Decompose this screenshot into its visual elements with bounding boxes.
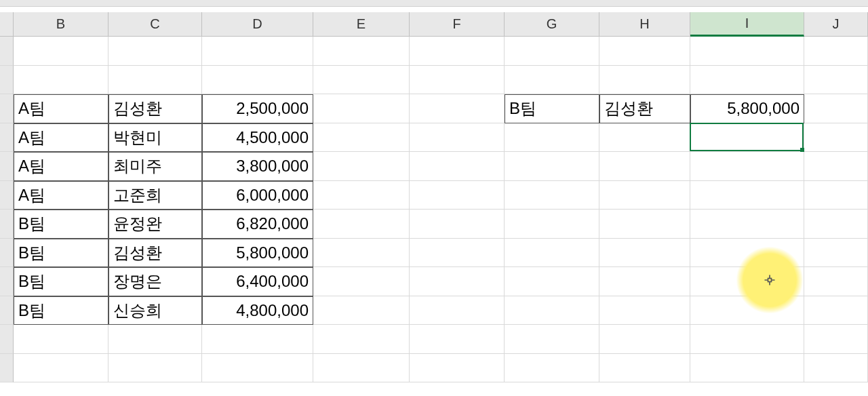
cell-J-5[interactable] xyxy=(804,181,868,210)
row-header[interactable] xyxy=(0,354,14,383)
cell-B-0[interactable] xyxy=(14,37,108,66)
cell-F-1[interactable] xyxy=(410,66,505,95)
cell-F-9[interactable] xyxy=(410,296,505,325)
cell-G-6[interactable] xyxy=(505,210,599,239)
row-header[interactable] xyxy=(0,152,14,181)
cell-B-2[interactable]: A팀 xyxy=(14,94,108,123)
cell-C-4[interactable]: 최미주 xyxy=(108,152,202,181)
cell-B-10[interactable] xyxy=(14,325,108,354)
row-header[interactable] xyxy=(0,210,14,239)
cell-H-5[interactable] xyxy=(599,181,690,210)
row-header[interactable] xyxy=(0,123,14,153)
cell-D-1[interactable] xyxy=(202,66,313,95)
cell-H-8[interactable] xyxy=(599,267,690,296)
cell-E-3[interactable] xyxy=(313,123,410,153)
cell-F-0[interactable] xyxy=(410,37,505,66)
cell-H-1[interactable] xyxy=(599,66,690,95)
cell-C-3[interactable]: 박현미 xyxy=(108,123,202,153)
cell-I-3[interactable] xyxy=(690,123,804,153)
cell-J-0[interactable] xyxy=(804,37,868,66)
cell-D-6[interactable]: 6,820,000 xyxy=(202,210,313,239)
cell-F-3[interactable] xyxy=(410,123,505,153)
row-corner[interactable] xyxy=(0,12,14,37)
cell-D-9[interactable]: 4,800,000 xyxy=(202,296,313,325)
cell-E-4[interactable] xyxy=(313,152,410,181)
col-header-D[interactable]: D xyxy=(202,12,313,37)
cell-C-11[interactable] xyxy=(108,354,202,383)
row-header[interactable] xyxy=(0,66,14,95)
cell-G-9[interactable] xyxy=(505,296,599,325)
cell-C-7[interactable]: 김성환 xyxy=(108,239,202,268)
cell-C-1[interactable] xyxy=(108,66,202,95)
cell-I-1[interactable] xyxy=(690,66,804,95)
cell-D-4[interactable]: 3,800,000 xyxy=(202,152,313,181)
cell-H-3[interactable] xyxy=(599,123,690,153)
cell-E-9[interactable] xyxy=(313,296,410,325)
col-header-C[interactable]: C xyxy=(108,12,202,37)
cell-G-2[interactable]: B팀 xyxy=(505,94,599,123)
cell-H-0[interactable] xyxy=(599,37,690,66)
cell-F-10[interactable] xyxy=(410,325,505,354)
cell-E-5[interactable] xyxy=(313,181,410,210)
cell-E-8[interactable] xyxy=(313,267,410,296)
cell-B-11[interactable] xyxy=(14,354,108,383)
cell-F-11[interactable] xyxy=(410,354,505,383)
cell-H-11[interactable] xyxy=(599,354,690,383)
cell-H-9[interactable] xyxy=(599,296,690,325)
row-header[interactable] xyxy=(0,37,14,66)
cell-J-11[interactable] xyxy=(804,354,868,383)
cell-C-8[interactable]: 장명은 xyxy=(108,267,202,296)
cell-C-0[interactable] xyxy=(108,37,202,66)
cell-H-10[interactable] xyxy=(599,325,690,354)
cell-I-2[interactable]: 5,800,000 xyxy=(690,94,804,123)
cell-J-1[interactable] xyxy=(804,66,868,95)
col-header-B[interactable]: B xyxy=(14,12,108,37)
cell-I-5[interactable] xyxy=(690,181,804,210)
cell-E-7[interactable] xyxy=(313,239,410,268)
cell-J-10[interactable] xyxy=(804,325,868,354)
cell-G-3[interactable] xyxy=(505,123,599,153)
cell-F-4[interactable] xyxy=(410,152,505,181)
col-header-G[interactable]: G xyxy=(505,12,599,37)
col-header-F[interactable]: F xyxy=(410,12,505,37)
col-header-E[interactable]: E xyxy=(313,12,410,37)
cell-J-9[interactable] xyxy=(804,296,868,325)
cell-B-7[interactable]: B팀 xyxy=(14,239,108,268)
cell-E-2[interactable] xyxy=(313,94,410,123)
cell-B-3[interactable]: A팀 xyxy=(14,123,108,153)
cell-G-10[interactable] xyxy=(505,325,599,354)
cell-J-3[interactable] xyxy=(804,123,868,153)
cell-F-8[interactable] xyxy=(410,267,505,296)
cell-I-9[interactable] xyxy=(690,296,804,325)
cell-G-4[interactable] xyxy=(505,152,599,181)
cell-I-11[interactable] xyxy=(690,354,804,383)
cell-E-11[interactable] xyxy=(313,354,410,383)
row-header[interactable] xyxy=(0,94,14,123)
cell-D-2[interactable]: 2,500,000 xyxy=(202,94,313,123)
cell-E-0[interactable] xyxy=(313,37,410,66)
cell-G-1[interactable] xyxy=(505,66,599,95)
cell-I-6[interactable] xyxy=(690,210,804,239)
cell-H-2[interactable]: 김성환 xyxy=(599,94,690,123)
cell-F-2[interactable] xyxy=(410,94,505,123)
cell-H-6[interactable] xyxy=(599,210,690,239)
cell-B-9[interactable]: B팀 xyxy=(14,296,108,325)
cell-G-0[interactable] xyxy=(505,37,599,66)
cell-C-10[interactable] xyxy=(108,325,202,354)
cell-D-8[interactable]: 6,400,000 xyxy=(202,267,313,296)
cell-D-7[interactable]: 5,800,000 xyxy=(202,239,313,268)
cell-B-4[interactable]: A팀 xyxy=(14,152,108,181)
cell-J-6[interactable] xyxy=(804,210,868,239)
cell-G-7[interactable] xyxy=(505,239,599,268)
cell-C-2[interactable]: 김성환 xyxy=(108,94,202,123)
cell-G-5[interactable] xyxy=(505,181,599,210)
col-header-I[interactable]: I xyxy=(690,12,804,37)
cell-I-4[interactable] xyxy=(690,152,804,181)
cell-F-7[interactable] xyxy=(410,239,505,268)
col-header-J[interactable]: J xyxy=(804,12,868,37)
row-header[interactable] xyxy=(0,267,14,296)
row-header[interactable] xyxy=(0,239,14,268)
cell-I-7[interactable] xyxy=(690,239,804,268)
cell-grid[interactable]: A팀김성환2,500,000B팀김성환5,800,000A팀박현미4,500,0… xyxy=(14,37,868,396)
cell-D-10[interactable] xyxy=(202,325,313,354)
